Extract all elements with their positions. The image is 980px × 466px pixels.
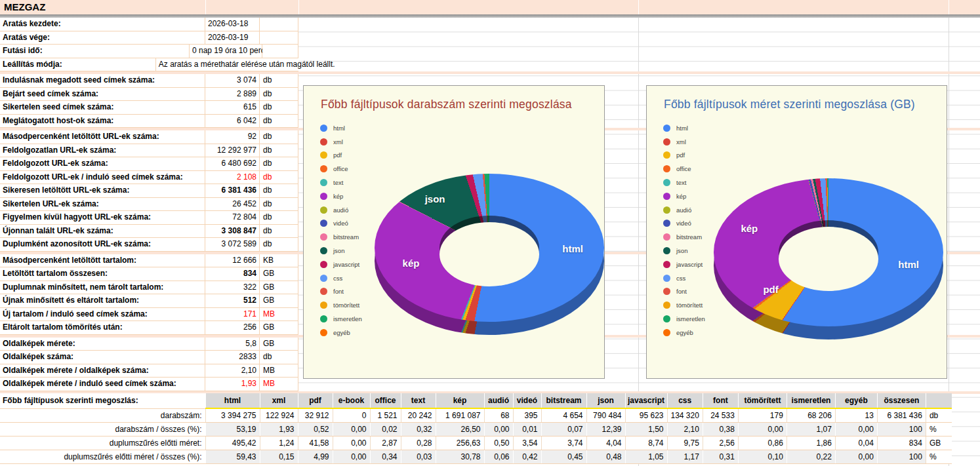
stat-row: Duplumnak minősített, nem tárolt tartalo… [0, 281, 298, 295]
legend-item: xml [320, 135, 362, 149]
legend-label: text [676, 179, 686, 186]
stat-value: 1,93 [205, 378, 260, 391]
legend-swatch [663, 261, 670, 268]
report-title-bar: MEZGAZ [0, 0, 980, 14]
stat-row: Eltárolt tartalom tömörítés után:256GB [0, 321, 298, 335]
stat-row: Másodpercenként letöltött URL-ek száma:9… [0, 130, 298, 144]
unit-cell: % [926, 422, 952, 436]
legend-item: videó [320, 217, 362, 231]
slice-label: html [562, 243, 583, 254]
legend-item: html [320, 121, 362, 135]
value-cell: 3 394 275 [205, 408, 260, 422]
stat-value: 0 nap 19 óra 10 perc [190, 45, 262, 58]
stat-label: Duplumnak minősített, nem tárolt tartalo… [0, 281, 205, 295]
stat-unit: db [260, 211, 298, 225]
legend-item: office [320, 162, 362, 176]
slice-label: kép [741, 223, 758, 234]
stat-unit: MB [260, 364, 298, 378]
slice-label: json [425, 193, 445, 204]
stat-row: Letöltött tartalom összesen:834GB [0, 267, 298, 281]
legend-swatch [320, 288, 327, 295]
file-type-table: Főbb fájltípusok szerinti megoszlás:html… [0, 393, 952, 464]
donut-hole [779, 227, 878, 291]
value-cell: 4 654 [541, 408, 586, 422]
legend-swatch [320, 151, 327, 159]
legend-label: html [333, 125, 345, 132]
legend-item: kép [663, 189, 705, 203]
legend-item: javascript [663, 258, 705, 271]
value-cell: 0,86 [738, 436, 786, 450]
spreadsheet-report-page: MEZGAZ Aratás kezdete:2026-03-18Aratás v… [0, 0, 980, 466]
legend-label: pdf [333, 151, 342, 159]
stat-value: 12 666 [205, 254, 260, 268]
value-cell: 134 320 [667, 408, 703, 422]
value-cell: 59,43 [205, 450, 260, 463]
value-cell: 1,07 [786, 422, 835, 436]
column-header: videó [513, 393, 541, 408]
stat-label: Meglátogatott host-ok száma: [0, 115, 205, 128]
legend-swatch [320, 315, 327, 322]
value-cell: 100 [877, 422, 926, 436]
value-cell: 1,93 [260, 422, 298, 436]
legend-label: pdf [676, 151, 685, 159]
stat-value: 6 480 692 [205, 157, 260, 171]
legend-item: audió [663, 203, 705, 217]
table-row: darabszám / összes (%):53,191,930,520,00… [0, 422, 952, 436]
legend-label: bitstream [676, 233, 702, 241]
stat-label: Duplumként azonosított URL-ek száma: [0, 238, 205, 252]
column-header: office [370, 393, 401, 408]
legend-item: tömörített [320, 298, 362, 312]
stat-value: 6 381 436 [205, 184, 260, 198]
stat-value: 256 [205, 321, 260, 335]
value-cell: 0,32 [401, 422, 436, 436]
value-cell: 179 [738, 408, 786, 422]
stat-label: Sikertelen seed címek száma: [0, 101, 205, 115]
legend-label: font [676, 288, 687, 295]
stat-value: Az aratás a mérethatár elérése után magá… [156, 58, 298, 72]
legend-swatch [663, 125, 670, 132]
value-cell: 0,02 [370, 422, 401, 436]
column-header: pdf [298, 393, 333, 408]
row-label: duplumszűrés előtti méret: [0, 436, 205, 450]
value-cell: 3,54 [513, 436, 541, 450]
stat-value: 6 042 [205, 115, 260, 128]
value-cell: 122 924 [260, 408, 298, 422]
value-cell: 790 484 [586, 408, 625, 422]
value-cell: 0,00 [333, 450, 370, 463]
column-header: text [401, 393, 436, 408]
value-cell: 41,58 [298, 436, 333, 450]
legend-label: tömörített [676, 301, 703, 309]
stat-label: Figyelmen kívül hagyott URL-ek száma: [0, 211, 205, 225]
legend-swatch [320, 220, 327, 227]
stat-row: Meglátogatott host-ok száma:6 042db [0, 115, 298, 128]
legend-label: css [676, 275, 685, 282]
legend-label: egyéb [676, 329, 693, 336]
value-cell: 0,50 [484, 436, 513, 450]
legend-swatch [320, 138, 327, 146]
value-cell: 95 623 [625, 408, 667, 422]
stat-row: Oldalképek mérete / oldalképek száma:2,1… [0, 364, 298, 378]
legend-label: javascript [333, 261, 359, 268]
legend-label: office [676, 165, 691, 172]
stat-label: Oldalképek száma: [0, 351, 205, 364]
stat-label: Sikertelen URL-ek száma: [0, 198, 205, 212]
stat-value: 72 804 [205, 211, 260, 225]
unit-cell: GB [926, 436, 952, 450]
stat-value: 322 [205, 281, 260, 295]
stat-row: Futási idő:0 nap 19 óra 10 perc [0, 45, 298, 58]
stat-label: Oldalképek mérete: [0, 338, 205, 351]
legend-label: html [676, 125, 688, 132]
legend-item: ismeretlen [320, 312, 362, 326]
value-cell: 20 242 [401, 408, 436, 422]
donut-hole [439, 222, 539, 286]
stat-row: Sikertelen URL-ek száma:26 452db [0, 198, 298, 212]
unit-cell: db [926, 408, 952, 422]
stat-row: Másodpercenként letöltött tartalom:12 66… [0, 254, 298, 268]
column-header: kép [436, 393, 484, 408]
stat-row: Indulásnak megadott seed címek száma:3 0… [0, 74, 298, 88]
stat-row: Bejárt seed címek száma:2 889db [0, 88, 298, 102]
legend-item: pdf [320, 149, 362, 163]
stat-row: Sikeresen letöltött URL-ek száma:6 381 4… [0, 184, 298, 198]
legend-swatch [663, 275, 670, 282]
legend-label: videó [333, 220, 348, 227]
